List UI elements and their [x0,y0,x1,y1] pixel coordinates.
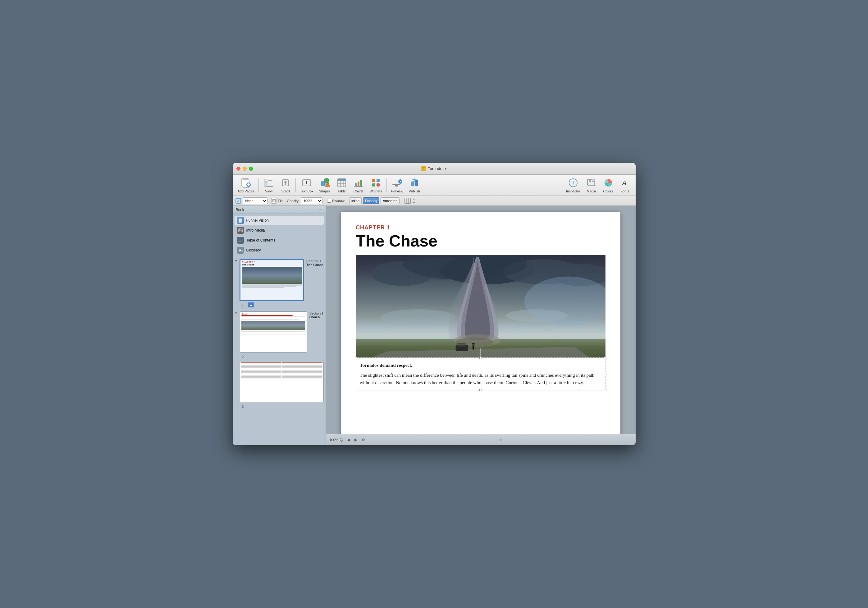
page-1-bottom: 1 [241,302,324,309]
text-box[interactable]: Tornados demand respect. The slightest s… [356,358,606,390]
page-1-img: CHAPTER 1 The Chase [240,260,303,300]
page-2-number: 2 [241,354,245,359]
media-button[interactable]: Media [583,176,600,194]
page-group-3: ▼ [234,361,324,409]
inline-button[interactable]: Inline [349,197,362,204]
next-page-button[interactable]: ▶ [353,437,359,443]
page-3-img [240,361,323,402]
handle-bottom-right[interactable] [604,389,606,391]
style-dropdown[interactable]: None [243,197,268,204]
inspector-label: Inspector [566,189,580,193]
svg-text:A: A [622,179,626,187]
handle-top-right[interactable] [604,356,606,359]
svg-rect-54 [239,229,240,231]
handle-top-left[interactable] [355,356,357,359]
table-button[interactable]: Table [334,176,350,194]
inspector-button[interactable]: i Inspector [564,176,583,194]
svg-rect-29 [377,183,380,187]
expand-arrow-1[interactable]: ▼ [234,259,238,263]
dropdown-arrow[interactable]: ▼ [444,167,447,170]
svg-rect-61 [248,302,254,308]
svg-point-15 [324,179,329,183]
widgets-button[interactable]: Widgets [367,176,384,194]
chapter-label: CHAPTER 1 [356,224,606,231]
scroll-button[interactable]: Scroll [277,176,294,194]
view-icon [263,177,274,188]
toc-icon [237,237,244,244]
separator-3 [386,179,387,192]
close-button[interactable] [236,166,240,171]
text-box-button[interactable]: T Text Box [298,176,316,194]
media-sidebar-icon [237,227,244,234]
window-title: Tornado [428,166,442,171]
svg-rect-8 [265,180,267,181]
text-box-icon: T [301,177,312,188]
anchored-button[interactable]: Anchored [381,197,400,204]
opacity-dropdown[interactable]: 100% [301,197,322,204]
page-expand-icon[interactable] [248,302,254,309]
svg-rect-80 [356,344,606,345]
svg-rect-78 [473,345,474,350]
maximize-button[interactable] [249,166,253,171]
colors-button[interactable]: Colors [600,176,616,194]
handle-mid-right[interactable] [604,373,606,375]
page-1-thumbnail[interactable]: CHAPTER 1 The Chase [240,259,304,301]
format-bar: A None Fill: Opacity: 100% Shadow Inline… [232,196,636,206]
app-icon [421,166,426,171]
fonts-button[interactable]: A Fonts [617,176,633,194]
glossary-icon: A-Z [237,247,244,253]
expand-arrow-2[interactable]: ▼ [234,311,238,315]
shapes-button[interactable]: Shapes [316,176,333,194]
preview-button[interactable]: Preview [389,176,406,194]
svg-rect-24 [360,180,362,187]
shapes-label: Shapes [319,189,330,193]
handle-mid-left[interactable] [355,373,357,375]
paragraph-1: Tornados demand respect. [360,361,601,369]
chapter-title: The Chase [356,232,606,250]
scroll-icon [280,177,291,188]
pages-panel: ▼ CHAPTER 1 The Chase [232,257,326,445]
minimize-button[interactable] [243,166,246,171]
svg-rect-28 [372,183,375,187]
add-pages-button[interactable]: Add Pages [235,176,257,194]
sidebar-item-glossary[interactable]: A-Z Glossary [234,246,324,255]
fill-preview[interactable] [271,198,277,204]
settings-button[interactable]: ⚙ [361,437,366,443]
floating-button[interactable]: Floating [363,197,379,204]
handle-top-center[interactable] [479,356,482,359]
format-divider-1 [325,198,325,204]
handle-bottom-left[interactable] [355,389,357,391]
page-3-thumbnail[interactable] [240,361,323,402]
zoom-control[interactable]: 100% [330,437,344,442]
table-label: Table [338,189,346,193]
prev-page-button[interactable]: ◀ [346,437,351,443]
view-button[interactable]: View [260,176,277,194]
svg-rect-27 [377,179,380,182]
inspector-icon: i [567,177,579,188]
sidebar: Book Funnel Vision [232,206,326,445]
page-1-number: 1 [241,303,245,308]
publish-button[interactable]: Publish [406,176,423,194]
sidebar-item-funnel-vision[interactable]: Funnel Vision [234,216,324,225]
page-indicator: 1 [369,438,632,442]
layout-icon[interactable] [404,197,411,204]
svg-rect-52 [239,219,240,222]
widgets-icon [370,177,381,188]
page-2-section-label: Section 1 [309,311,324,315]
page-group-1: ▼ CHAPTER 1 The Chase [234,259,324,309]
page-2-thumbnail[interactable]: Cones [240,311,307,353]
sidebar-item-toc[interactable]: Table of Contents [234,236,324,245]
charts-button[interactable]: Charts [350,176,367,194]
shapes-icon [319,177,330,188]
sidebar-collapse-icon[interactable] [318,208,322,212]
svg-rect-42 [587,185,595,186]
canvas-scroll[interactable]: CHAPTER 1 The Chase [326,206,636,434]
sidebar-item-intro-media[interactable]: Intro Media [234,225,324,235]
thumb-2-content: Cones [240,312,306,352]
shadow-checkbox[interactable] [327,199,331,203]
opacity-label: Opacity: [287,199,299,203]
svg-rect-10 [268,180,273,181]
handle-bottom-center[interactable] [479,389,482,391]
svg-rect-40 [589,180,591,182]
chevron-icon[interactable] [412,197,417,204]
